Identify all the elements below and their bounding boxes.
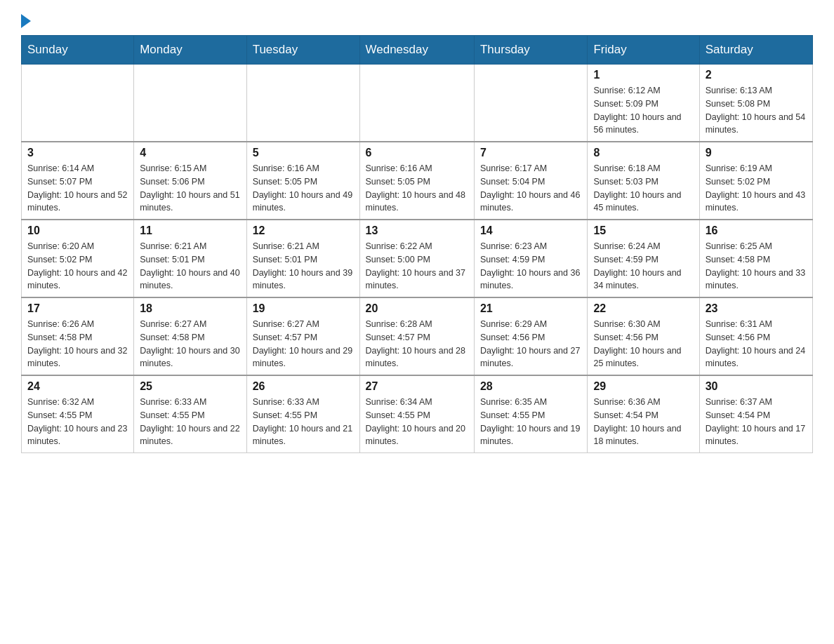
calendar-cell: 23Sunrise: 6:31 AM Sunset: 4:56 PM Dayli… [699,297,812,375]
day-number: 28 [480,380,582,393]
day-number: 14 [480,224,582,237]
calendar-cell: 3Sunrise: 6:14 AM Sunset: 5:07 PM Daylig… [22,142,134,220]
day-number: 3 [27,147,128,159]
calendar-week-row: 3Sunrise: 6:14 AM Sunset: 5:07 PM Daylig… [22,142,813,220]
sun-info: Sunrise: 6:21 AM Sunset: 5:01 PM Dayligh… [140,240,240,293]
calendar-cell: 11Sunrise: 6:21 AM Sunset: 5:01 PM Dayli… [134,220,246,297]
calendar-cell: 13Sunrise: 6:22 AM Sunset: 5:00 PM Dayli… [359,220,474,297]
sun-info: Sunrise: 6:31 AM Sunset: 4:56 PM Dayligh… [706,318,807,370]
day-number: 22 [593,302,693,315]
sun-info: Sunrise: 6:30 AM Sunset: 4:56 PM Dayligh… [593,318,693,370]
sun-info: Sunrise: 6:24 AM Sunset: 4:59 PM Dayligh… [593,240,693,293]
sun-info: Sunrise: 6:14 AM Sunset: 5:07 PM Dayligh… [27,162,128,215]
calendar-cell: 2Sunrise: 6:13 AM Sunset: 5:08 PM Daylig… [699,65,812,142]
calendar-cell: 1Sunrise: 6:12 AM Sunset: 5:09 PM Daylig… [588,65,699,142]
day-number: 1 [593,69,693,81]
sun-info: Sunrise: 6:16 AM Sunset: 5:05 PM Dayligh… [366,162,468,215]
calendar-week-row: 24Sunrise: 6:32 AM Sunset: 4:55 PM Dayli… [22,375,813,453]
calendar-cell: 27Sunrise: 6:34 AM Sunset: 4:55 PM Dayli… [359,375,474,453]
day-number: 11 [140,224,240,237]
day-number: 10 [27,224,128,237]
day-number: 15 [593,224,693,237]
calendar-cell: 17Sunrise: 6:26 AM Sunset: 4:58 PM Dayli… [22,297,134,375]
calendar-cell: 25Sunrise: 6:33 AM Sunset: 4:55 PM Dayli… [134,375,246,453]
sun-info: Sunrise: 6:37 AM Sunset: 4:54 PM Dayligh… [706,396,807,448]
sun-info: Sunrise: 6:36 AM Sunset: 4:54 PM Dayligh… [593,396,693,448]
calendar-cell: 9Sunrise: 6:19 AM Sunset: 5:02 PM Daylig… [699,142,812,220]
day-number: 30 [706,380,807,393]
weekday-header-saturday: Saturday [699,36,812,65]
sun-info: Sunrise: 6:25 AM Sunset: 4:58 PM Dayligh… [706,240,807,293]
day-number: 20 [366,302,468,315]
calendar-cell: 29Sunrise: 6:36 AM Sunset: 4:54 PM Dayli… [588,375,699,453]
calendar-week-row: 17Sunrise: 6:26 AM Sunset: 4:58 PM Dayli… [22,297,813,375]
day-number: 27 [366,380,468,393]
day-number: 21 [480,302,582,315]
day-number: 29 [593,380,693,393]
sun-info: Sunrise: 6:22 AM Sunset: 5:00 PM Dayligh… [366,240,468,293]
calendar-cell [246,65,359,142]
day-number: 17 [27,302,128,315]
day-number: 7 [480,147,582,159]
calendar-cell: 6Sunrise: 6:16 AM Sunset: 5:05 PM Daylig… [359,142,474,220]
sun-info: Sunrise: 6:29 AM Sunset: 4:56 PM Dayligh… [480,318,582,370]
calendar-cell: 15Sunrise: 6:24 AM Sunset: 4:59 PM Dayli… [588,220,699,297]
calendar-cell: 8Sunrise: 6:18 AM Sunset: 5:03 PM Daylig… [588,142,699,220]
day-number: 26 [253,380,354,393]
page-header [21,14,813,28]
calendar-cell: 20Sunrise: 6:28 AM Sunset: 4:57 PM Dayli… [359,297,474,375]
calendar-cell: 10Sunrise: 6:20 AM Sunset: 5:02 PM Dayli… [22,220,134,297]
sun-info: Sunrise: 6:15 AM Sunset: 5:06 PM Dayligh… [140,162,240,215]
logo [21,14,32,28]
day-number: 25 [140,380,240,393]
calendar-cell [359,65,474,142]
sun-info: Sunrise: 6:12 AM Sunset: 5:09 PM Dayligh… [593,84,693,137]
sun-info: Sunrise: 6:18 AM Sunset: 5:03 PM Dayligh… [593,162,693,215]
calendar-cell: 26Sunrise: 6:33 AM Sunset: 4:55 PM Dayli… [246,375,359,453]
weekday-header-sunday: Sunday [22,36,134,65]
calendar-cell: 19Sunrise: 6:27 AM Sunset: 4:57 PM Dayli… [246,297,359,375]
day-number: 9 [706,147,807,159]
day-number: 5 [253,147,354,159]
sun-info: Sunrise: 6:17 AM Sunset: 5:04 PM Dayligh… [480,162,582,215]
day-number: 24 [27,380,128,393]
day-number: 18 [140,302,240,315]
sun-info: Sunrise: 6:21 AM Sunset: 5:01 PM Dayligh… [253,240,354,293]
sun-info: Sunrise: 6:20 AM Sunset: 5:02 PM Dayligh… [27,240,128,293]
day-number: 13 [366,224,468,237]
day-number: 16 [706,224,807,237]
weekday-header-thursday: Thursday [474,36,588,65]
calendar-table: SundayMondayTuesdayWednesdayThursdayFrid… [21,35,813,453]
calendar-cell: 16Sunrise: 6:25 AM Sunset: 4:58 PM Dayli… [699,220,812,297]
sun-info: Sunrise: 6:26 AM Sunset: 4:58 PM Dayligh… [27,318,128,370]
logo-arrow-icon [21,14,31,28]
weekday-header-friday: Friday [588,36,699,65]
calendar-cell: 28Sunrise: 6:35 AM Sunset: 4:55 PM Dayli… [474,375,588,453]
calendar-cell: 14Sunrise: 6:23 AM Sunset: 4:59 PM Dayli… [474,220,588,297]
sun-info: Sunrise: 6:19 AM Sunset: 5:02 PM Dayligh… [706,162,807,215]
calendar-cell: 12Sunrise: 6:21 AM Sunset: 5:01 PM Dayli… [246,220,359,297]
calendar-week-row: 10Sunrise: 6:20 AM Sunset: 5:02 PM Dayli… [22,220,813,297]
day-number: 4 [140,147,240,159]
calendar-week-row: 1Sunrise: 6:12 AM Sunset: 5:09 PM Daylig… [22,65,813,142]
calendar-cell: 18Sunrise: 6:27 AM Sunset: 4:58 PM Dayli… [134,297,246,375]
calendar-cell: 30Sunrise: 6:37 AM Sunset: 4:54 PM Dayli… [699,375,812,453]
calendar-cell [474,65,588,142]
day-number: 2 [706,69,807,81]
calendar-cell: 21Sunrise: 6:29 AM Sunset: 4:56 PM Dayli… [474,297,588,375]
sun-info: Sunrise: 6:35 AM Sunset: 4:55 PM Dayligh… [480,396,582,448]
sun-info: Sunrise: 6:23 AM Sunset: 4:59 PM Dayligh… [480,240,582,293]
day-number: 6 [366,147,468,159]
calendar-cell: 22Sunrise: 6:30 AM Sunset: 4:56 PM Dayli… [588,297,699,375]
calendar-cell: 7Sunrise: 6:17 AM Sunset: 5:04 PM Daylig… [474,142,588,220]
weekday-header-wednesday: Wednesday [359,36,474,65]
calendar-cell [134,65,246,142]
calendar-cell: 4Sunrise: 6:15 AM Sunset: 5:06 PM Daylig… [134,142,246,220]
weekday-header-tuesday: Tuesday [246,36,359,65]
sun-info: Sunrise: 6:13 AM Sunset: 5:08 PM Dayligh… [706,84,807,137]
calendar-cell: 5Sunrise: 6:16 AM Sunset: 5:05 PM Daylig… [246,142,359,220]
sun-info: Sunrise: 6:32 AM Sunset: 4:55 PM Dayligh… [27,396,128,448]
day-number: 19 [253,302,354,315]
sun-info: Sunrise: 6:27 AM Sunset: 4:58 PM Dayligh… [140,318,240,370]
sun-info: Sunrise: 6:16 AM Sunset: 5:05 PM Dayligh… [253,162,354,215]
